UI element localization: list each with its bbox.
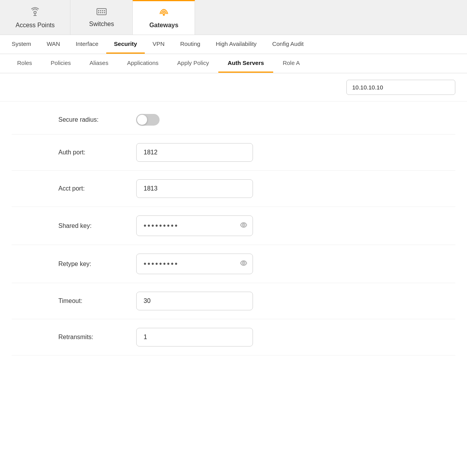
retransmits-input[interactable] [136, 328, 253, 346]
nav-gateways-label: Gateways [149, 22, 179, 29]
svg-point-14 [243, 224, 244, 226]
acct-port-control [136, 179, 455, 198]
third-tab-bar: Roles Policies Aliases Applications Appl… [0, 54, 467, 74]
acct-port-input[interactable] [136, 179, 253, 198]
auth-port-input[interactable] [136, 143, 253, 162]
tab-policies[interactable]: Policies [41, 54, 80, 73]
retype-key-input[interactable] [136, 254, 253, 274]
retype-key-row: Retype key: [12, 245, 455, 283]
nav-access-points-label: Access Points [16, 22, 54, 29]
retype-key-label: Retype key: [12, 261, 136, 268]
gateways-icon [158, 7, 169, 19]
timeout-control [136, 292, 455, 310]
shared-key-wrapper [136, 215, 253, 236]
tab-system[interactable]: System [4, 35, 39, 54]
tab-routing[interactable]: Routing [172, 35, 208, 54]
tab-high-availability[interactable]: High Availability [208, 35, 265, 54]
tab-wan[interactable]: WAN [39, 35, 68, 54]
toggle-slider [136, 114, 160, 126]
svg-rect-11 [104, 12, 105, 13]
ip-address-input[interactable] [346, 80, 455, 95]
second-tab-bar: System WAN Interface Security VPN Routin… [0, 35, 467, 54]
nav-switches[interactable]: Switches [70, 0, 133, 35]
svg-rect-7 [104, 10, 105, 11]
tab-aliases[interactable]: Aliases [80, 54, 118, 73]
svg-point-12 [163, 14, 165, 16]
tab-apply-policy[interactable]: Apply Policy [168, 54, 218, 73]
retype-key-wrapper [136, 254, 253, 274]
tab-config-audit[interactable]: Config Audit [264, 35, 311, 54]
main-content: Secure radius: Auth port: Acct port: [0, 74, 467, 367]
acct-port-row: Acct port: [12, 171, 455, 207]
svg-point-0 [34, 11, 36, 14]
tab-security[interactable]: Security [106, 35, 145, 54]
svg-point-16 [243, 262, 244, 264]
svg-rect-10 [102, 12, 103, 13]
nav-switches-label: Switches [89, 21, 114, 28]
switches-icon [96, 7, 107, 18]
secure-radius-label: Secure radius: [12, 116, 136, 123]
nav-gateways[interactable]: Gateways [133, 0, 195, 35]
retransmits-label: Retransmits: [12, 334, 136, 341]
svg-rect-6 [102, 10, 103, 11]
auth-port-row: Auth port: [12, 135, 455, 171]
shared-key-control [136, 215, 455, 236]
svg-rect-4 [98, 10, 99, 11]
timeout-label: Timeout: [12, 298, 136, 304]
auth-port-label: Auth port: [12, 149, 136, 156]
tab-applications[interactable]: Applications [118, 54, 168, 73]
tab-auth-servers[interactable]: Auth Servers [218, 54, 273, 73]
access-points-icon [30, 6, 40, 19]
form-area: Secure radius: Auth port: Acct port: [0, 102, 467, 367]
svg-rect-9 [100, 12, 101, 13]
tab-roles[interactable]: Roles [8, 54, 41, 73]
secure-radius-control [136, 114, 455, 126]
svg-rect-5 [100, 10, 101, 11]
shared-key-input[interactable] [136, 215, 253, 236]
shared-key-visibility-icon[interactable] [240, 221, 248, 231]
retype-key-control [136, 254, 455, 274]
svg-rect-3 [97, 9, 106, 15]
retransmits-control [136, 328, 455, 346]
timeout-row: Timeout: [12, 283, 455, 319]
tab-interface[interactable]: Interface [68, 35, 106, 54]
timeout-input[interactable] [136, 292, 253, 310]
nav-access-points[interactable]: Access Points [0, 0, 70, 35]
shared-key-row: Shared key: [12, 207, 455, 245]
retransmits-row: Retransmits: [12, 319, 455, 355]
shared-key-label: Shared key: [12, 222, 136, 229]
svg-rect-8 [98, 12, 99, 13]
secure-radius-toggle[interactable] [136, 114, 160, 126]
acct-port-label: Acct port: [12, 185, 136, 192]
top-navigation: Access Points Switches [0, 0, 467, 35]
tab-vpn[interactable]: VPN [145, 35, 172, 54]
retype-key-visibility-icon[interactable] [240, 259, 248, 269]
tab-role-a[interactable]: Role A [273, 54, 309, 73]
top-ip-row [0, 74, 467, 102]
auth-port-control [136, 143, 455, 162]
secure-radius-row: Secure radius: [12, 105, 455, 135]
